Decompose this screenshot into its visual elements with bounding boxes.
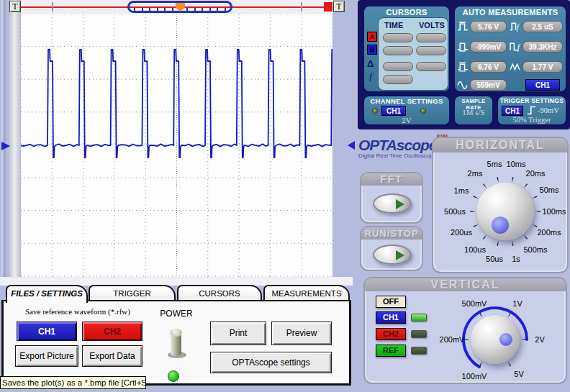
h-label-5ms: 5ms bbox=[487, 160, 502, 168]
timeline-tick bbox=[301, 2, 302, 12]
h-label-500ms: 500ms bbox=[523, 245, 547, 254]
cursor-a-button[interactable]: A bbox=[367, 32, 377, 42]
ch1-position-marker-icon[interactable] bbox=[1, 142, 10, 150]
max-value: 5.76 V bbox=[470, 21, 507, 32]
vertical-dial-ticks bbox=[365, 278, 569, 386]
trigger-time-end-mark bbox=[324, 2, 332, 12]
logo-brand: OPTAscope bbox=[358, 137, 436, 153]
power-led bbox=[168, 370, 179, 382]
tab-cursors[interactable]: CURSORS bbox=[177, 285, 262, 301]
run-stop-button-arrow-icon bbox=[396, 250, 404, 260]
frequency-value: 39.3KHz bbox=[522, 41, 563, 53]
plot-left-gutter bbox=[9, 0, 21, 282]
h-label-1s: 1s bbox=[512, 255, 520, 263]
h-label-10ms: 10ms bbox=[507, 160, 526, 168]
sample-rate-value: 1M s/S bbox=[455, 108, 492, 117]
cursor-delta-time-field bbox=[383, 62, 413, 71]
freq-label: ƒ bbox=[368, 71, 374, 83]
horizontal-position-slider[interactable] bbox=[127, 1, 232, 13]
auto-measurements-title: AUTO MEASUREMENTS bbox=[455, 8, 566, 17]
export-data-button[interactable]: Export Data bbox=[82, 345, 142, 367]
ch1-led bbox=[372, 108, 378, 114]
run-stop-title: RUN/STOP bbox=[361, 227, 422, 240]
vertical-panel: VERTICAL OFF CH1 CH2 REF 500mV 1V 2V 5V … bbox=[363, 277, 567, 384]
cursors-panel: CURSORS TIME VOLTS A B Δ ƒ bbox=[363, 5, 451, 93]
channel-settings-title: CHANNEL SETTINGS bbox=[364, 97, 449, 105]
period-icon: f bbox=[510, 22, 522, 32]
horizontal-knob-indicator bbox=[492, 216, 509, 234]
peak-to-peak-icon bbox=[457, 62, 469, 72]
bottom-tab-panel: FILES / SETTINGS TRIGGER CURSORS MEASURE… bbox=[1, 285, 351, 390]
trigger-settings-title: TRIGGER SETTINGS bbox=[498, 97, 566, 104]
v-label-5v: 5V bbox=[514, 370, 523, 378]
power-label: POWER bbox=[155, 309, 198, 319]
scope-display bbox=[21, 14, 332, 277]
v-label-500mv: 500mV bbox=[462, 299, 487, 308]
min-icon bbox=[457, 42, 469, 52]
export-picture-button[interactable]: Export Picture bbox=[15, 345, 78, 367]
cursor-b-time-field bbox=[383, 46, 413, 55]
h-label-100ms: 100ms bbox=[542, 207, 566, 216]
run-stop-button[interactable] bbox=[373, 245, 412, 265]
cursor-b-button[interactable]: B bbox=[367, 45, 377, 55]
cursor-delta-volts-field bbox=[416, 62, 446, 71]
h-label-200ms: 200ms bbox=[537, 228, 561, 237]
v-label-100mv: 100mV bbox=[462, 372, 487, 380]
fft-title: FFT bbox=[361, 173, 422, 186]
min-value: -999mV bbox=[470, 41, 507, 53]
peak-to-peak-value: 6.76 V bbox=[470, 61, 507, 73]
h-label-500us: 500us bbox=[444, 207, 466, 216]
delta-label: Δ bbox=[367, 58, 374, 69]
preview-button[interactable]: Preview bbox=[271, 322, 332, 345]
save-ref-label: Save reference waveform (*.rfw) bbox=[14, 307, 142, 316]
v-label-2v: 2V bbox=[535, 335, 544, 344]
save-ch2-button[interactable]: CH2 bbox=[82, 322, 142, 341]
cursor-b-volts-field bbox=[416, 46, 446, 55]
power-toggle[interactable] bbox=[166, 326, 188, 360]
print-button[interactable]: Print bbox=[210, 322, 266, 345]
rising-edge-icon bbox=[526, 105, 538, 116]
channel-settings-panel: CHANNEL SETTINGS CH1 2V bbox=[363, 95, 451, 126]
v-label-200mv: 200mV bbox=[440, 335, 465, 344]
sample-rate-panel: SAMPLE RATE 1M s/S bbox=[453, 95, 494, 126]
h-label-20ms: 20ms bbox=[526, 169, 546, 178]
rms-icon bbox=[510, 62, 522, 72]
fft-panel: FFT bbox=[360, 172, 423, 224]
ch2-led bbox=[420, 108, 426, 114]
trigger-mode-readout: 50% Trigger bbox=[498, 116, 566, 124]
rms-value: 1.77 V bbox=[522, 61, 563, 73]
cursor-a-time-field bbox=[383, 33, 413, 42]
mean-value: 559mV bbox=[470, 79, 507, 91]
frequency-icon: f bbox=[510, 42, 522, 52]
fft-button[interactable] bbox=[373, 193, 412, 214]
h-label-100us: 100us bbox=[464, 245, 486, 254]
auto-measurements-panel: AUTO MEASUREMENTS 5.76 V f 2.5 uS -999mV… bbox=[453, 5, 567, 93]
trigger-button-left[interactable]: T bbox=[9, 1, 21, 12]
period-value: 2.5 uS bbox=[522, 21, 563, 32]
h-label-50ms: 50ms bbox=[540, 186, 559, 194]
h-label-50us: 50us bbox=[486, 255, 503, 263]
tab-trigger[interactable]: TRIGGER bbox=[89, 285, 176, 301]
tab-measurements[interactable]: MEASUREMENTS bbox=[263, 285, 350, 301]
window-left-edge bbox=[0, 0, 9, 282]
time-header: TIME bbox=[384, 21, 403, 29]
channel-settings-ch1-button[interactable]: CH1 bbox=[381, 106, 406, 116]
files-settings-body: Save reference waveform (*.rfw) CH1 CH2 … bbox=[1, 300, 351, 386]
optascope-settings-button[interactable]: OPTAscope settings bbox=[210, 352, 332, 373]
timeline-tick bbox=[52, 2, 53, 12]
cursors-readout-area: TIME VOLTS bbox=[378, 17, 448, 91]
measurement-channel-button[interactable]: CH1 bbox=[525, 79, 560, 91]
h-label-1ms: 1ms bbox=[454, 186, 469, 195]
trigger-level-marker-icon[interactable] bbox=[348, 141, 355, 150]
trigger-channel-button[interactable]: CH1 bbox=[502, 106, 523, 116]
svg-text:f: f bbox=[517, 43, 521, 52]
tab-files-settings[interactable]: FILES / SETTINGS bbox=[6, 285, 88, 303]
svg-text:f: f bbox=[517, 23, 520, 32]
trigger-level-readout: -90mV bbox=[538, 106, 559, 114]
save-ch1-button[interactable]: CH1 bbox=[17, 322, 77, 341]
power-toggle-cap bbox=[170, 329, 182, 337]
trigger-button-right[interactable]: T bbox=[333, 1, 345, 12]
h-label-2ms: 2ms bbox=[468, 169, 483, 178]
fft-button-arrow-icon bbox=[396, 199, 404, 209]
horizontal-panel: HORIZONTAL 1ms 2ms 5ms 10ms 20ms 50ms 10… bbox=[432, 137, 569, 273]
